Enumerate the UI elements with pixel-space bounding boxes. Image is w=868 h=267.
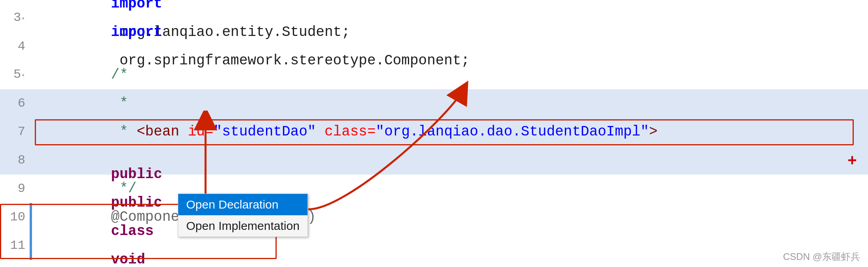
line-number-3: 3• bbox=[0, 4, 32, 33]
editor-background: 3• import org.lanqiao.entity.Student; 4 … bbox=[0, 0, 868, 267]
line-number-7: 7 bbox=[0, 118, 32, 146]
line-number-5: 5• bbox=[0, 60, 32, 90]
context-menu: Open Declaration Open Implementation bbox=[178, 194, 308, 237]
keyword-public-12: public bbox=[111, 195, 162, 211]
context-menu-item-open-declaration[interactable]: Open Declaration bbox=[178, 194, 308, 215]
line-content-12: public void (Student student) { bbox=[35, 132, 868, 267]
code-area: 3• import org.lanqiao.entity.Student; 4 … bbox=[0, 0, 868, 267]
space-12 bbox=[111, 223, 120, 239]
plus-sign: + bbox=[847, 152, 857, 170]
breakpoint-dot-3: • bbox=[21, 15, 25, 23]
indent-12 bbox=[111, 166, 145, 182]
line-number-4: 4 bbox=[0, 32, 32, 61]
line-number-10: 10 bbox=[0, 203, 32, 231]
line-number-12: 12• bbox=[0, 259, 32, 267]
line-content-13: System.o ("增加学生..."); bbox=[35, 260, 868, 267]
context-menu-item-open-implementation[interactable]: Open Implementation bbox=[178, 215, 308, 237]
watermark: CSDN @东疆虾兵 bbox=[783, 250, 860, 263]
line-number-8: 8 bbox=[0, 146, 32, 175]
line-number-11: 11 bbox=[0, 231, 32, 260]
line-number-9: 9 bbox=[0, 175, 32, 203]
line-number-6: 6 bbox=[0, 89, 32, 118]
breakpoint-dot-5: • bbox=[21, 72, 25, 80]
gutter-bar bbox=[30, 203, 32, 260]
